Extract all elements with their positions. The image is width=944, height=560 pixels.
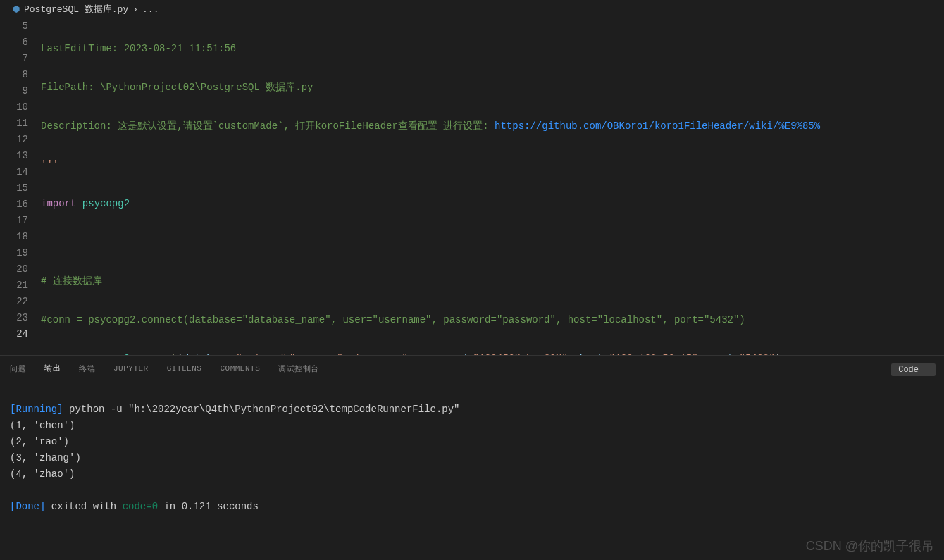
line-number: 15: [0, 180, 28, 197]
breadcrumb[interactable]: ⬢ PostgreSQL 数据库.py › ...: [0, 0, 944, 18]
breadcrumb-sep: ›: [132, 4, 138, 15]
line-number: 7: [0, 51, 28, 67]
line-number: 14: [0, 164, 28, 180]
tab-output[interactable]: 输出: [43, 361, 62, 378]
code-line: ''': [41, 157, 944, 173]
code-line: #conn = psycopg2.connect(database="datab…: [41, 312, 944, 328]
code-area[interactable]: LastEditTime: 2023-08-21 11:51:56 FilePa…: [41, 18, 944, 355]
panel-tabs: 问题 输出 终端 JUPYTER GITLENS COMMENTS 调试控制台 …: [0, 356, 944, 381]
line-number: 20: [0, 261, 28, 278]
line-number: 10: [0, 99, 28, 116]
python-icon: ⬢: [13, 4, 20, 15]
line-number: 12: [0, 132, 28, 148]
code-line: FilePath: \PythonProject02\PostgreSQL 数据…: [41, 80, 944, 96]
line-number: 19: [0, 245, 28, 261]
code-line: import psycopg2: [41, 196, 944, 212]
code-line: LastEditTime: 2023-08-21 11:51:56: [41, 41, 944, 57]
breadcrumb-file[interactable]: PostgreSQL 数据库.py: [24, 3, 128, 15]
code-line: # 连接数据库: [41, 273, 944, 290]
line-number: 13: [0, 148, 28, 164]
tab-problems[interactable]: 问题: [8, 362, 27, 378]
line-number: 24: [0, 326, 28, 342]
line-number: 18: [0, 229, 28, 245]
output-channel-select[interactable]: Code: [891, 363, 936, 376]
tab-gitlens[interactable]: GITLENS: [166, 363, 204, 377]
code-editor[interactable]: 56789101112131415161718192021222324 Last…: [0, 18, 944, 355]
line-number: 8: [0, 67, 28, 83]
bottom-panel: 问题 输出 终端 JUPYTER GITLENS COMMENTS 调试控制台 …: [0, 355, 944, 560]
watermark: CSDN @你的凯子很吊: [806, 537, 934, 554]
code-line: conn = psycopg2.connect(database="sales_…: [41, 351, 944, 355]
tab-debug-console[interactable]: 调试控制台: [277, 362, 321, 378]
tab-jupyter[interactable]: JUPYTER: [112, 363, 150, 377]
line-number: 22: [0, 294, 28, 310]
output-content[interactable]: [Running] python -u "h:\2022year\Q4th\Py…: [0, 381, 944, 535]
breadcrumb-more[interactable]: ...: [142, 4, 159, 15]
line-number: 17: [0, 213, 28, 229]
url-link[interactable]: https://github.com/OBKoro1/koro1FileHead…: [495, 120, 820, 132]
line-number: 21: [0, 278, 28, 294]
tab-comments[interactable]: COMMENTS: [218, 363, 261, 377]
line-number-gutter: 56789101112131415161718192021222324: [0, 18, 41, 355]
tab-terminal[interactable]: 终端: [77, 362, 97, 378]
line-number: 9: [0, 83, 28, 99]
line-number: 11: [0, 116, 28, 132]
line-number: 23: [0, 310, 28, 326]
code-line: [41, 235, 944, 251]
code-line: Description: 这是默认设置,请设置`customMade`, 打开k…: [41, 118, 944, 135]
line-number: 16: [0, 197, 28, 213]
line-number: 6: [0, 35, 28, 51]
line-number: 5: [0, 18, 28, 35]
